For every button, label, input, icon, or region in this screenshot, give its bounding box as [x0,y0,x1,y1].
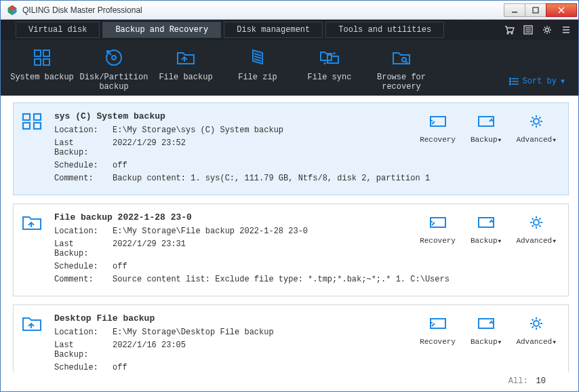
tool-label: File zip [222,73,294,82]
tab-label: Tools and utilities [338,25,431,35]
backup-icon [471,214,501,231]
folder-backup-icon [22,214,46,233]
svg-rect-16 [35,59,41,65]
comment-label: Comment: [54,174,113,183]
minimize-button[interactable] [504,3,525,17]
sort-by-dropdown[interactable]: Sort by ▼ [509,77,565,86]
tab-label: Backup and Recovery [115,25,208,35]
list-icon[interactable] [519,20,538,40]
card-actions: Recovery Backup▼ Advanced▼ [420,315,556,346]
grid-icon [22,113,46,132]
last-backup-value: 2022/1/29 23:52 [113,138,186,157]
action-label: Recovery [420,237,456,245]
last-backup-value: 2022/1/29 23:31 [113,239,186,258]
toolbar: System backup Disk/Partition backup File… [1,40,578,96]
recovery-button[interactable]: Recovery [420,113,456,144]
chevron-down-icon: ▼ [553,238,556,244]
tab-backup-recovery[interactable]: Backup and Recovery [102,22,221,38]
schedule-label: Schedule: [54,262,113,271]
chevron-down-icon: ▼ [498,137,502,143]
svg-point-30 [509,81,511,82]
location-value: E:\My Storage\File backup 2022-1-28 23-0 [113,227,308,236]
backup-card[interactable]: sys (C) System backup Location:E:\My Sto… [13,102,569,195]
svg-line-22 [254,56,261,58]
comment-value: Backup content: 1. sys(C:, 111.79 GB, Nt… [113,174,430,183]
svg-rect-33 [34,114,41,120]
footer: All: 10 [13,372,573,390]
backup-task-list[interactable]: sys (C) System backup Location:E:\My Sto… [13,102,573,372]
window-controls [504,3,577,17]
tool-system-backup[interactable]: System backup [6,48,78,82]
backup-button[interactable]: Backup▼ [471,315,501,346]
action-label: Advanced [516,136,552,144]
location-label: Location: [54,227,113,236]
backup-icon [471,113,501,130]
tab-virtual-disk[interactable]: Virtual disk [16,22,100,38]
backup-card[interactable]: Desktop File backup Location:E:\My Stora… [13,305,569,372]
tool-label: Browse for recovery [365,73,437,92]
app-window: QILING Disk Master Professional Virtual … [0,0,579,392]
disk-arrow-icon [78,48,150,67]
action-label: Backup [471,338,498,346]
gear-icon [516,113,556,130]
last-backup-value: 2022/1/16 23:05 [113,340,186,359]
recovery-button[interactable]: Recovery [420,214,456,245]
tool-browse-recovery[interactable]: Browse for recovery [365,48,437,92]
menubar: Virtual disk Backup and Recovery Disk ma… [1,20,578,40]
action-label: Backup [471,136,498,144]
backup-card[interactable]: File backup 2022-1-28 23-0 Location:E:\M… [13,203,569,296]
svg-rect-45 [479,319,494,328]
last-backup-label: Last Backup: [54,239,113,258]
tool-disk-partition-backup[interactable]: Disk/Partition backup [78,48,150,92]
svg-point-4 [507,33,508,34]
tool-file-sync[interactable]: File sync [294,48,365,82]
tool-file-zip[interactable]: File zip [222,48,294,82]
tool-file-backup[interactable]: File backup [150,48,222,82]
svg-point-19 [112,56,116,60]
svg-point-10 [546,28,549,32]
advanced-button[interactable]: Advanced▼ [516,315,556,346]
folder-backup-icon [22,315,46,334]
sort-label: Sort by [523,77,557,86]
menu-icon[interactable] [557,20,576,40]
cart-icon[interactable] [500,20,519,40]
svg-point-38 [534,119,539,124]
svg-rect-35 [34,123,41,129]
tab-disk-management[interactable]: Disk management [224,22,323,38]
svg-line-21 [254,54,261,56]
last-backup-label: Last Backup: [54,138,113,157]
browse-recovery-icon [365,48,437,67]
svg-point-46 [534,321,539,326]
svg-rect-36 [431,117,445,126]
tab-tools-utilities[interactable]: Tools and utilities [325,22,444,38]
tool-label: System backup [6,73,78,82]
advanced-button[interactable]: Advanced▼ [516,214,556,245]
backup-button[interactable]: Backup▼ [471,214,501,245]
location-label: Location: [54,328,113,337]
recovery-icon [420,214,456,231]
gear-icon[interactable] [538,20,557,40]
tab-label: Virtual disk [28,25,87,35]
schedule-value: off [113,161,127,170]
close-button[interactable] [546,3,577,17]
grid-icon [6,48,78,67]
action-label: Recovery [420,136,456,144]
maximize-button[interactable] [525,3,546,17]
action-label: Backup [471,237,498,245]
svg-rect-32 [23,114,30,120]
chevron-down-icon: ▼ [553,137,556,143]
app-icon [6,4,18,16]
recovery-icon [420,113,456,130]
card-actions: Recovery Backup▼ Advanced▼ [420,113,556,144]
all-label: All: [508,376,528,386]
advanced-button[interactable]: Advanced▼ [516,113,556,144]
window-title: QILING Disk Master Professional [22,5,504,15]
card-actions: Recovery Backup▼ Advanced▼ [420,214,556,245]
backup-button[interactable]: Backup▼ [471,113,501,144]
svg-point-29 [509,78,511,79]
sync-folder-icon [294,48,365,67]
svg-rect-41 [479,218,494,227]
chevron-down-icon: ▼ [498,238,502,244]
tool-label: Disk/Partition backup [78,73,150,92]
recovery-button[interactable]: Recovery [420,315,456,346]
